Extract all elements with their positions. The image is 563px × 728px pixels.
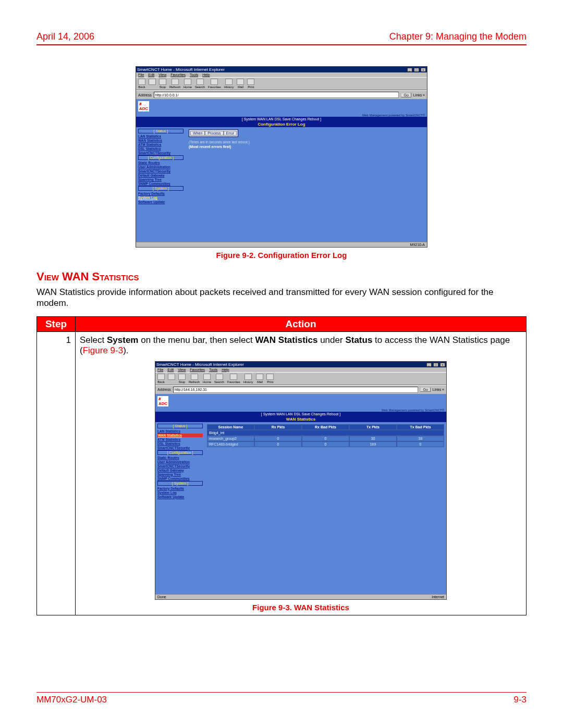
side-atm-stats[interactable]: ATM Statistics <box>157 438 203 441</box>
menu-favorites[interactable]: Favorites <box>170 73 186 77</box>
menu-tools[interactable]: Tools <box>190 73 198 77</box>
side-snmp[interactable]: SNMP Communities <box>138 182 183 186</box>
status-right-2: Internet <box>432 595 444 599</box>
menu-help[interactable]: Help <box>222 368 229 372</box>
search-button[interactable]: Search <box>214 374 224 384</box>
ie-statusbar: M9210-A <box>136 242 427 247</box>
side-swupdate[interactable]: Software Update <box>157 495 203 499</box>
ie-menubar: File Edit View Favorites Tools Help <box>136 72 427 77</box>
menu-view[interactable]: View <box>178 368 186 372</box>
home-button[interactable]: Home <box>183 79 192 89</box>
side-sec1[interactable]: SmartCNCTSecurity <box>138 151 183 155</box>
h-session: Session Name <box>207 424 254 430</box>
forward-button[interactable] <box>149 79 156 89</box>
forward-button[interactable] <box>168 374 175 384</box>
print-button[interactable]: Print <box>247 79 254 89</box>
favorites-button[interactable]: Favorites <box>208 79 221 89</box>
figure-link[interactable]: Figure 9-3 <box>83 346 123 355</box>
action-text: Select System on the menu bar, then sele… <box>80 335 510 355</box>
menu-edit[interactable]: Edit <box>148 73 154 77</box>
address-input[interactable] <box>154 92 399 98</box>
menu-file[interactable]: File <box>157 368 163 372</box>
print-button[interactable]: Print <box>266 374 274 384</box>
side-group-system: [ System ] <box>138 186 183 191</box>
favorites-button[interactable]: Favorites <box>227 374 240 384</box>
side-sec2[interactable]: SmartCNCTSecurity <box>157 464 203 468</box>
side-dsl-stats[interactable]: DSL Statistics <box>138 147 183 151</box>
history-button[interactable]: History <box>243 374 253 384</box>
minimize-icon[interactable]: _ <box>407 68 412 72</box>
c-rxb: 0 <box>302 441 349 447</box>
menu-view[interactable]: View <box>158 73 166 77</box>
side-spanning[interactable]: Spanning Tree <box>157 473 203 476</box>
side-wan-stats[interactable]: WAN Statistics <box>138 139 183 142</box>
menu-edit[interactable]: Edit <box>167 368 174 372</box>
step-number: 1 <box>37 331 76 615</box>
refresh-button[interactable]: Refresh <box>169 79 180 89</box>
links-label[interactable]: Links » <box>413 93 425 97</box>
side-static-routes[interactable]: Static Routes <box>138 161 183 165</box>
maximize-icon[interactable]: □ <box>414 68 419 72</box>
side-syslog[interactable]: System Log <box>157 491 203 495</box>
mail-button[interactable]: Mail <box>237 79 244 89</box>
go-button[interactable]: Go <box>420 387 430 392</box>
side-dsl-stats[interactable]: DSL Statistics <box>157 442 203 446</box>
side-snmp[interactable]: SNMP Communities <box>157 477 203 480</box>
h-rxpkts: Rx Pkts <box>254 424 302 430</box>
adc-topnav[interactable]: [ System WAN LAN DSL Save Changes Reboot… <box>136 117 427 121</box>
menu-tools[interactable]: Tools <box>209 368 217 372</box>
back-button[interactable]: Back <box>157 374 165 384</box>
c-tx: 169 <box>349 441 397 447</box>
side-swupdate[interactable]: Software Update <box>138 200 183 204</box>
ie-menubar-2: File Edit View Favorites Tools Help <box>155 367 446 372</box>
menu-favorites[interactable]: Favorites <box>190 368 205 372</box>
close-icon[interactable]: x <box>421 68 426 72</box>
note-times: (Times are in seconds since last reboot.… <box>189 140 424 144</box>
minimize-icon[interactable]: _ <box>426 363 432 367</box>
back-button[interactable]: Back <box>138 79 145 89</box>
header-date: April 14, 2006 <box>36 31 94 42</box>
adc-sidebar-2: [ Status ] LAN Statistics WAN Statistics… <box>155 422 205 501</box>
refresh-button[interactable]: Refresh <box>189 374 200 384</box>
side-default-gw[interactable]: Default Gateway <box>138 174 183 177</box>
stop-button[interactable]: Stop <box>159 79 166 89</box>
maximize-icon[interactable]: □ <box>433 363 438 367</box>
t2: on the menu bar, then select <box>138 335 255 345</box>
side-spanning[interactable]: Spanning Tree <box>138 178 183 181</box>
header-chapter: Chapter 9: Managing the Modem <box>389 31 527 42</box>
side-sec2[interactable]: SmartCNCTSecurity <box>138 169 183 173</box>
close-icon[interactable]: x <box>440 363 445 367</box>
go-button[interactable]: Go <box>401 93 411 97</box>
b-wanstats: WAN Statistics <box>255 335 317 345</box>
ie-title-text-2: SmartCNCT Home - Microsoft Internet Expl… <box>156 362 244 367</box>
status-right: M9210-A <box>410 243 425 246</box>
side-lan-stats[interactable]: LAN Statistics <box>157 429 203 433</box>
note-recent: (Most recent errors first) <box>189 145 424 149</box>
side-syslog[interactable]: System Log <box>138 196 183 200</box>
stop-button[interactable]: Stop <box>178 374 186 384</box>
side-factory[interactable]: Factory Defaults <box>157 487 203 490</box>
side-lan-stats[interactable]: LAN Statistics <box>138 134 183 138</box>
address-input-2[interactable] <box>173 387 419 393</box>
side-static-routes[interactable]: Static Routes <box>157 456 203 460</box>
mail-button[interactable]: Mail <box>256 374 263 384</box>
menu-help[interactable]: Help <box>202 73 210 77</box>
menu-file[interactable]: File <box>138 73 144 77</box>
side-default-gw[interactable]: Default Gateway <box>157 468 203 472</box>
footer-pagenum: 9-3 <box>513 695 527 705</box>
adc-topnav-2[interactable]: [ System WAN LAN DSL Save Changes Reboot… <box>155 412 446 416</box>
history-button[interactable]: History <box>224 79 234 89</box>
figure-9-2: SmartCNCT Home - Microsoft Internet Expl… <box>36 66 527 260</box>
side-user-admin[interactable]: User Administration <box>138 165 183 169</box>
links-label[interactable]: Links » <box>433 388 444 391</box>
header-rule <box>36 44 527 45</box>
side-user-admin[interactable]: User Administration <box>157 460 203 464</box>
side-atm-stats[interactable]: ATM Statistics <box>138 143 183 146</box>
side-wan-stats-active[interactable]: WAN Statistics <box>157 434 203 437</box>
adc-content-title: Configuration Error Log <box>136 121 427 127</box>
search-button[interactable]: Search <box>195 79 205 89</box>
figure-9-3-caption: Figure 9-3. WAN Statistics <box>80 603 522 612</box>
side-factory[interactable]: Factory Defaults <box>138 192 183 195</box>
side-sec1[interactable]: SmartCNCTSecurity <box>157 446 203 450</box>
home-button[interactable]: Home <box>203 374 211 384</box>
